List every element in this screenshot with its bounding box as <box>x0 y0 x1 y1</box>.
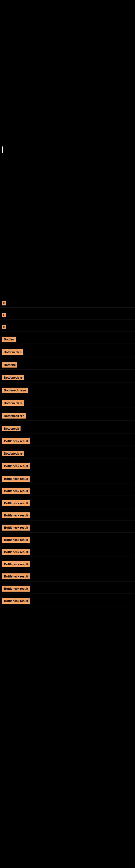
list-item: B <box>0 299 135 308</box>
bottleneck-badge: Bottleneck result <box>2 537 30 543</box>
list-item: Bottleneck result <box>0 436 135 446</box>
bottleneck-badge: Bottleneck result <box>2 549 30 555</box>
list-item: Bottleneck ra <box>0 399 135 408</box>
list-item: Bottleneck re <box>0 449 135 458</box>
list-item: Bottleneck r <box>0 347 135 357</box>
cursor <box>2 147 3 153</box>
list-item: Bottleneck result <box>0 510 135 521</box>
bottleneck-badge: Bottleneck result <box>2 586 30 592</box>
bottleneck-badge: B <box>2 301 6 305</box>
list-item: Bottleneck result <box>0 523 135 533</box>
bottleneck-badge: Bottleneck <box>2 426 20 431</box>
bottleneck-badge: Bottleneck result <box>2 476 30 482</box>
bottleneck-badge: E <box>2 313 6 317</box>
list-item: Bottleneck result <box>0 474 135 484</box>
bottleneck-badge: Bottleneck result <box>2 598 30 604</box>
bottleneck-badge: Bottleneck re <box>2 375 24 380</box>
bottleneck-badge: Bottleneck result <box>2 463 30 469</box>
list-item: Bottleneck result <box>0 498 135 508</box>
bottleneck-badge: Bottleneck re <box>2 451 24 456</box>
list-item: E <box>0 311 135 319</box>
bottleneck-badge: Bottleneck resu <box>2 388 28 393</box>
hero-section <box>0 0 135 144</box>
list-item: Bottlen <box>0 335 135 344</box>
bottleneck-badge: Bottleneck result <box>2 488 30 494</box>
content-area <box>0 144 135 299</box>
bottleneck-badge: Bottlene <box>2 362 17 368</box>
list-item: Bottleneck result <box>0 461 135 471</box>
bottleneck-badge: Bottleneck result <box>2 574 30 579</box>
list-item: Bottlene <box>0 360 135 370</box>
bottleneck-badge: Bottleneck res <box>2 413 26 418</box>
bottleneck-badge: Bottleneck r <box>2 349 23 355</box>
list-item: Bottleneck result <box>0 571 135 582</box>
list-item: Bottleneck re <box>0 373 135 382</box>
list-item: Bottleneck result <box>0 547 135 557</box>
bottleneck-badge: Bottleneck result <box>2 561 30 567</box>
bottleneck-badge: Bottleneck result <box>2 500 30 506</box>
bottleneck-badge: Bottlen <box>2 337 16 342</box>
items-list: BEBBottlenBottleneck rBottleneBottleneck… <box>0 299 135 608</box>
bottleneck-badge: Bottleneck result <box>2 513 30 518</box>
bottleneck-badge: Bottleneck result <box>2 525 30 531</box>
bottleneck-badge: Bottleneck result <box>2 438 30 444</box>
list-item: Bottleneck result <box>0 596 135 606</box>
list-item: B <box>0 323 135 332</box>
list-item: Bottleneck res <box>0 411 135 421</box>
bottleneck-badge: Bottleneck ra <box>2 400 24 406</box>
list-item: Bottleneck result <box>0 584 135 594</box>
list-item: Bottleneck result <box>0 535 135 545</box>
list-item: Bottleneck <box>0 424 135 433</box>
list-item: Bottleneck result <box>0 559 135 569</box>
list-item: Bottleneck resu <box>0 386 135 395</box>
list-item: Bottleneck result <box>0 486 135 496</box>
bottleneck-badge: B <box>2 325 6 329</box>
